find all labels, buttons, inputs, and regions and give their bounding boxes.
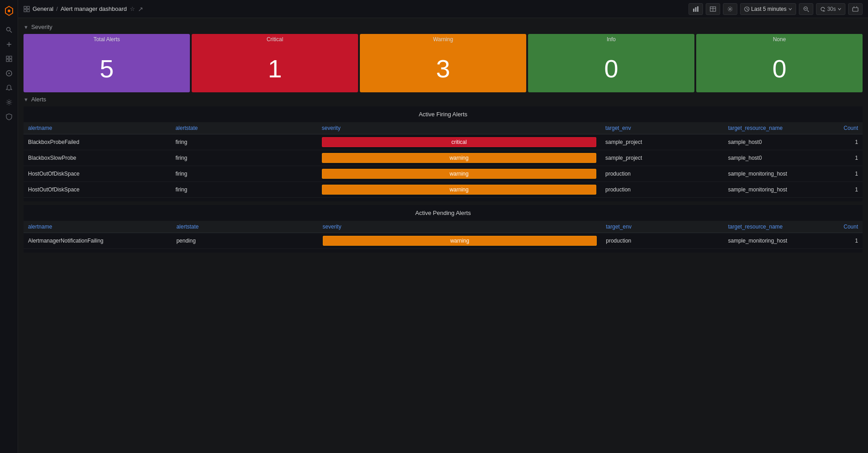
total-alerts-header: Total Alerts [24, 34, 190, 45]
svg-rect-17 [27, 10, 29, 12]
col-count-p[interactable]: Count [839, 221, 863, 233]
cell-alertname: HostOutOfDiskSpace [24, 166, 171, 182]
pending-table-header-row: alertname alertstate severity target_env… [24, 221, 863, 233]
col-alertname-p[interactable]: alertname [24, 221, 172, 233]
settings-button[interactable] [723, 3, 737, 15]
col-target-resource-p[interactable]: target_resource_name [724, 221, 839, 233]
info-value: 0 [528, 45, 694, 92]
cell-severity: critical [317, 134, 601, 150]
collapse-severity-icon[interactable]: ▼ [24, 24, 28, 30]
col-severity-p[interactable]: severity [318, 221, 602, 233]
severity-badge: critical [322, 137, 596, 147]
critical-card: Critical 1 [192, 34, 358, 92]
info-card: Info 0 [528, 34, 694, 92]
svg-rect-18 [693, 9, 694, 12]
svg-rect-9 [9, 59, 12, 62]
critical-header: Critical [192, 34, 358, 45]
share-icon[interactable]: ↗ [138, 5, 143, 13]
topbar-actions: Last 5 minutes 30s [689, 3, 863, 15]
info-header: Info [528, 34, 694, 45]
col-target-env-p[interactable]: target_env [601, 221, 723, 233]
none-header: None [696, 34, 863, 45]
cell-count: 1 [839, 134, 863, 150]
grid-icon[interactable] [2, 52, 16, 65]
svg-rect-19 [695, 7, 696, 12]
cell-alertname: HostOutOfDiskSpace [24, 182, 171, 198]
svg-rect-14 [24, 6, 26, 9]
collapse-alerts-icon[interactable]: ▼ [24, 97, 28, 102]
cell-target-env: sample_project [601, 134, 723, 150]
svg-rect-15 [27, 6, 29, 9]
breadcrumb-parent: General [33, 5, 53, 12]
cell-alertstate: firing [171, 134, 317, 150]
svg-point-11 [8, 73, 9, 74]
table-row: BlackboxSlowProbe firing warning sample_… [24, 150, 863, 166]
severity-cards: Total Alerts 5 Critical 1 Warning [24, 34, 863, 92]
breadcrumb: General / Alert manager dashboard ☆ ↗ [24, 5, 685, 13]
time-range-picker[interactable]: Last 5 minutes [740, 3, 796, 15]
active-pending-title: Active Pending Alerts [24, 205, 863, 221]
cell-alertstate: firing [171, 166, 317, 182]
svg-rect-31 [853, 8, 858, 11]
none-value: 0 [696, 45, 863, 92]
table-row: BlackboxProbeFailed firing critical samp… [24, 134, 863, 150]
cell-target-resource: sample_monitoring_host [723, 166, 839, 182]
search-icon[interactable] [2, 24, 16, 36]
cell-count: 1 [839, 182, 863, 198]
active-pending-table: alertname alertstate severity target_env… [24, 221, 863, 249]
chevron-down-icon [788, 7, 792, 11]
gear-icon[interactable] [2, 96, 16, 109]
star-icon[interactable]: ☆ [130, 5, 135, 12]
col-severity[interactable]: severity [317, 122, 601, 134]
col-alertname[interactable]: alertname [24, 122, 171, 134]
cell-severity: warning [317, 166, 601, 182]
cell-alertname: AlertmanagerNotificationFailing [24, 233, 172, 249]
table-row: HostOutOfDiskSpace firing warning produc… [24, 166, 863, 182]
cell-alertstate: pending [172, 233, 318, 249]
shield-icon[interactable] [2, 110, 16, 123]
cell-count: 1 [839, 150, 863, 166]
cell-alertname: BlackboxProbeFailed [24, 134, 171, 150]
total-alerts-value: 5 [24, 45, 190, 92]
svg-rect-8 [6, 59, 9, 62]
svg-rect-16 [24, 10, 26, 12]
share-panel-button[interactable] [848, 3, 863, 15]
severity-badge: warning [322, 169, 596, 179]
warning-header: Warning [360, 34, 526, 45]
table-row: HostOutOfDiskSpace firing warning produc… [24, 182, 863, 198]
col-count[interactable]: Count [839, 122, 863, 134]
plus-icon[interactable] [2, 38, 16, 51]
col-target-env[interactable]: target_env [601, 122, 723, 134]
breadcrumb-title: Alert manager dashboard [61, 5, 127, 12]
cell-count: 1 [839, 166, 863, 182]
col-alertstate[interactable]: alertstate [171, 122, 317, 134]
total-alerts-card: Total Alerts 5 [24, 34, 190, 92]
severity-badge: warning [323, 236, 597, 246]
severity-label: Severity [31, 24, 52, 30]
cell-target-resource: sample_host0 [723, 150, 839, 166]
cell-target-resource: sample_host0 [723, 134, 839, 150]
zoom-out-button[interactable] [799, 3, 813, 15]
bell-icon[interactable] [2, 81, 16, 94]
alerts-label: Alerts [31, 96, 46, 103]
svg-rect-20 [697, 6, 698, 12]
firing-table-header-row: alertname alertstate severity target_env… [24, 122, 863, 134]
warning-card: Warning 3 [360, 34, 526, 92]
dashboard-content: ▼ Severity Total Alerts 5 Critical 1 [18, 18, 868, 453]
refresh-chevron-icon [838, 7, 841, 11]
warning-value: 3 [360, 45, 526, 92]
active-firing-table-section: Active Firing Alerts alertname alertstat… [24, 106, 863, 201]
bar-chart-button[interactable] [689, 3, 703, 15]
svg-point-2 [6, 28, 10, 31]
svg-line-30 [807, 10, 809, 12]
col-target-resource[interactable]: target_resource_name [723, 122, 839, 134]
app-logo[interactable] [2, 4, 16, 18]
compass-icon[interactable] [2, 67, 16, 80]
cell-severity: warning [318, 233, 602, 249]
active-firing-title: Active Firing Alerts [24, 106, 863, 122]
cell-target-env: production [601, 182, 723, 198]
cell-severity: warning [317, 182, 601, 198]
refresh-button[interactable]: 30s [816, 3, 845, 15]
col-alertstate-p[interactable]: alertstate [172, 221, 318, 233]
table-view-button[interactable] [706, 3, 720, 15]
